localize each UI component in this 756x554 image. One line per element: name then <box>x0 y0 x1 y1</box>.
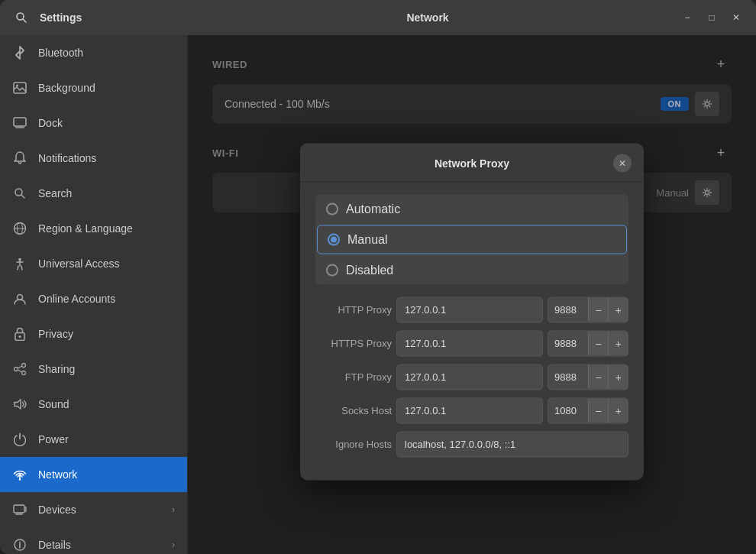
radio-disabled-circle <box>326 264 338 276</box>
sidebar-item-online-accounts[interactable]: Online Accounts <box>0 281 187 316</box>
sidebar-item-details[interactable]: Details › <box>0 527 187 554</box>
ignore-hosts-label: Ignore Hosts <box>315 439 392 450</box>
http-proxy-label: HTTP Proxy <box>315 304 392 316</box>
http-proxy-port-input[interactable] <box>548 297 588 322</box>
network-proxy-modal: Network Proxy ✕ Automatic Manual <box>300 143 644 480</box>
sidebar-devices-label: Devices <box>38 504 76 516</box>
svg-line-18 <box>18 366 21 368</box>
power-icon <box>12 432 27 447</box>
network-icon <box>12 467 27 482</box>
sidebar-item-devices[interactable]: Devices › <box>0 492 187 527</box>
svg-point-25 <box>19 542 21 543</box>
socks-proxy-port-input[interactable] <box>548 398 588 423</box>
http-proxy-row: HTTP Proxy − + <box>315 296 628 322</box>
titlebar-left: Settings <box>0 5 188 30</box>
radio-automatic[interactable]: Automatic <box>315 194 628 223</box>
sidebar-online-accounts-label: Online Accounts <box>38 293 115 305</box>
radio-manual-label: Manual <box>347 232 387 246</box>
sidebar-item-bluetooth[interactable]: Bluetooth <box>0 35 187 70</box>
socks-proxy-label: Socks Host <box>315 405 392 416</box>
ftp-proxy-label: FTP Proxy <box>315 371 392 383</box>
socks-port-plus-button[interactable]: + <box>608 398 628 423</box>
svg-rect-5 <box>15 127 24 129</box>
radio-disabled-label: Disabled <box>346 263 393 277</box>
radio-disabled[interactable]: Disabled <box>315 255 628 284</box>
sidebar-item-sound[interactable]: Sound <box>0 387 187 422</box>
sidebar-notifications-label: Notifications <box>38 152 96 164</box>
https-proxy-port-group: − + <box>548 330 628 356</box>
sidebar-search-label: Search <box>38 187 72 199</box>
sidebar-item-network[interactable]: Network <box>0 457 187 492</box>
ftp-proxy-host-input[interactable] <box>396 364 543 390</box>
sidebar-item-universal-access[interactable]: Universal Access <box>0 246 187 281</box>
titlebar-search-icon[interactable] <box>9 5 34 30</box>
sidebar-item-privacy[interactable]: Privacy <box>0 316 187 352</box>
sidebar-bluetooth-label: Bluetooth <box>38 47 83 59</box>
https-proxy-row: HTTPS Proxy − + <box>315 330 628 356</box>
socks-proxy-port-group: − + <box>548 397 628 423</box>
titlebar-wm-buttons: − □ ✕ <box>667 7 756 28</box>
socks-port-minus-button[interactable]: − <box>588 398 608 423</box>
section-title: Network <box>406 11 448 24</box>
details-chevron-icon: › <box>172 539 175 550</box>
sidebar-region-label: Region & Language <box>38 222 133 235</box>
dock-icon <box>12 115 27 131</box>
http-proxy-port-group: − + <box>548 296 628 322</box>
ftp-proxy-port-input[interactable] <box>548 364 588 389</box>
socks-proxy-row: Socks Host − + <box>315 397 628 423</box>
region-icon <box>12 221 27 236</box>
svg-rect-4 <box>14 118 26 126</box>
https-port-plus-button[interactable]: + <box>608 331 628 355</box>
sidebar-item-power[interactable]: Power <box>0 422 187 457</box>
devices-chevron-icon: › <box>172 504 175 515</box>
svg-point-6 <box>15 189 22 196</box>
search-icon <box>12 186 27 201</box>
https-proxy-host-input[interactable] <box>396 330 543 356</box>
sidebar-item-background[interactable]: Background <box>0 70 187 105</box>
socks-proxy-host-input[interactable] <box>396 397 543 423</box>
sidebar-power-label: Power <box>38 433 69 445</box>
https-port-minus-button[interactable]: − <box>588 331 608 355</box>
sidebar-privacy-label: Privacy <box>38 328 73 340</box>
sidebar-universal-label: Universal Access <box>38 258 120 270</box>
radio-manual[interactable]: Manual <box>317 225 627 254</box>
sidebar-sharing-label: Sharing <box>38 363 75 375</box>
maximize-button[interactable]: □ <box>701 7 722 28</box>
modal-titlebar: Network Proxy ✕ <box>300 143 644 182</box>
main-layout: Bluetooth Background <box>0 35 756 554</box>
svg-line-1 <box>24 20 27 23</box>
sidebar-item-region[interactable]: Region & Language <box>0 211 187 246</box>
sidebar-background-label: Background <box>38 82 95 94</box>
minimize-button[interactable]: − <box>677 7 698 28</box>
svg-point-16 <box>15 368 18 371</box>
modal-close-button[interactable]: ✕ <box>613 154 632 172</box>
notifications-icon <box>12 151 27 166</box>
content-area: Wired + Connected - 100 Mb/s ON <box>188 35 756 554</box>
ftp-proxy-port-group: − + <box>548 364 628 390</box>
bluetooth-icon <box>12 45 27 60</box>
http-proxy-host-input[interactable] <box>396 296 543 322</box>
http-port-minus-button[interactable]: − <box>588 297 608 322</box>
details-icon <box>12 537 27 552</box>
svg-point-3 <box>16 85 18 87</box>
radio-automatic-circle <box>326 202 338 215</box>
close-button[interactable]: ✕ <box>725 7 747 28</box>
sidebar-item-notifications[interactable]: Notifications <box>0 141 187 176</box>
app-title: Settings <box>40 11 82 24</box>
sidebar-item-sharing[interactable]: Sharing <box>0 352 187 387</box>
main-window: Settings Network − □ ✕ Bluetooth <box>0 0 756 554</box>
radio-automatic-label: Automatic <box>346 202 400 215</box>
sidebar-details-label: Details <box>38 539 71 551</box>
http-port-plus-button[interactable]: + <box>608 297 628 322</box>
ignore-hosts-row: Ignore Hosts <box>315 431 628 457</box>
ftp-port-plus-button[interactable]: + <box>608 364 628 389</box>
svg-point-20 <box>19 478 21 480</box>
https-proxy-port-input[interactable] <box>548 331 588 355</box>
radio-manual-circle <box>328 233 340 245</box>
sidebar-item-search[interactable]: Search <box>0 176 187 211</box>
svg-line-19 <box>18 370 21 372</box>
ftp-port-minus-button[interactable]: − <box>588 364 608 389</box>
devices-icon <box>12 502 27 517</box>
sidebar-item-dock[interactable]: Dock <box>0 105 187 141</box>
ignore-hosts-input[interactable] <box>396 431 628 457</box>
